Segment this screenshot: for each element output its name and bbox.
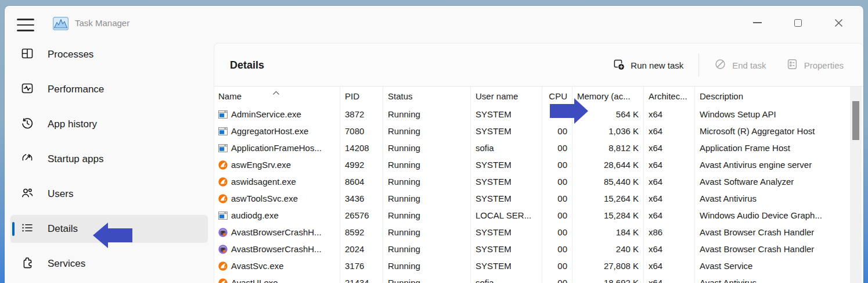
- avast-icon: [218, 261, 228, 271]
- column-header-cpu[interactable]: CPU: [542, 87, 572, 106]
- memory-cell: 28,644 K: [572, 156, 644, 173]
- cpu-cell: 00: [542, 106, 572, 123]
- sidebar-item-startup-apps[interactable]: Startup apps: [10, 145, 208, 173]
- sidebar-item-label: Users: [48, 188, 73, 200]
- sidebar-item-label: App history: [48, 119, 97, 130]
- task-manager-window: Task Manager Processes Performance: [5, 6, 863, 283]
- architecture-cell: x64: [644, 139, 695, 156]
- user-name-cell: SYSTEM: [471, 123, 542, 139]
- services-icon: [20, 256, 34, 272]
- table-row[interactable]: AvastSvc.exe3176RunningSYSTEM0027,808 Kx…: [214, 257, 850, 274]
- description-cell: Microsoft (R) Aggregator Host: [695, 123, 850, 139]
- process-name-cell: AvastBrowserCrashH...: [214, 224, 340, 241]
- table-row[interactable]: AvastBrowserCrashH...8592RunningSYSTEM00…: [214, 224, 850, 241]
- run-new-task-button[interactable]: Run new task: [607, 53, 689, 77]
- column-header-label: Name: [218, 91, 242, 101]
- user-name-cell: SYSTEM: [471, 224, 542, 241]
- table-row[interactable]: AggregatorHost.exe7080RunningSYSTEM001,0…: [214, 123, 850, 139]
- table-body: AdminService.exe3872RunningSYSTEM00564 K…: [214, 106, 850, 283]
- process-name-cell: AdminService.exe: [214, 106, 340, 123]
- performance-icon: [20, 81, 34, 98]
- sidebar-item-processes[interactable]: Processes: [10, 41, 208, 69]
- users-icon: [20, 186, 34, 202]
- hamburger-menu-icon[interactable]: [17, 19, 34, 31]
- minimize-button[interactable]: [744, 11, 770, 34]
- architecture-cell: x64: [644, 190, 695, 207]
- column-header-name[interactable]: Name: [214, 87, 340, 106]
- default-exe-icon: [218, 144, 228, 153]
- memory-cell: 15,284 K: [572, 207, 644, 224]
- cpu-cell: 00: [542, 207, 572, 224]
- table-row[interactable]: aswidsagent.exe8604RunningSYSTEM0085,440…: [214, 173, 850, 190]
- user-name-cell: SYSTEM: [471, 241, 542, 257]
- pid-cell: 14208: [340, 139, 383, 156]
- titlebar: Task Manager: [5, 6, 863, 40]
- process-name-cell: aswEngSrv.exe: [214, 156, 340, 173]
- run-new-task-label: Run new task: [631, 60, 683, 70]
- column-header-status[interactable]: Status: [383, 87, 471, 106]
- column-header-architecture[interactable]: Architec...: [644, 87, 695, 106]
- close-button[interactable]: [825, 11, 852, 34]
- description-cell: Avast Browser Crash Handler: [695, 241, 850, 257]
- process-name-text: aswidsagent.exe: [231, 177, 296, 187]
- user-name-cell: SYSTEM: [471, 190, 542, 207]
- pid-cell: 8592: [340, 224, 383, 241]
- description-cell: Windows Audio Device Graph...: [695, 207, 850, 224]
- sidebar-item-details[interactable]: Details: [10, 215, 208, 243]
- properties-button[interactable]: Properties: [780, 53, 849, 77]
- column-header-user-name[interactable]: User name: [471, 87, 542, 106]
- avast-browser-crash-icon: [218, 228, 228, 237]
- table-row[interactable]: audiodg.exe26576RunningLOCAL SER...0015,…: [214, 207, 850, 224]
- end-task-button[interactable]: End task: [708, 53, 772, 77]
- sort-ascending-icon: [272, 87, 280, 97]
- memory-cell: 564 K: [572, 106, 644, 123]
- app-history-icon: [20, 116, 34, 132]
- table-header-row: Name PID Status User name CPU Memory (ac…: [214, 87, 850, 106]
- table-row[interactable]: AdminService.exe3872RunningSYSTEM00564 K…: [214, 106, 850, 123]
- sidebar-item-services[interactable]: Services: [10, 250, 208, 278]
- maximize-button[interactable]: [784, 11, 811, 34]
- architecture-cell: x86: [644, 224, 695, 241]
- user-name-cell: SYSTEM: [471, 156, 542, 173]
- user-name-cell: sofia: [471, 139, 542, 156]
- user-name-cell: SYSTEM: [471, 173, 542, 190]
- architecture-cell: x64: [644, 241, 695, 257]
- process-name-text: AvastBrowserCrashH...: [231, 244, 322, 254]
- architecture-cell: x64: [644, 156, 695, 173]
- cpu-cell: 00: [542, 139, 572, 156]
- column-header-description[interactable]: Description: [695, 87, 850, 106]
- sidebar-item-users[interactable]: Users: [10, 180, 208, 208]
- status-cell: Running: [383, 190, 471, 207]
- status-cell: Running: [383, 257, 471, 274]
- table-row[interactable]: AvastBrowserCrashH...2024RunningSYSTEM00…: [214, 241, 850, 257]
- process-name-cell: aswToolsSvc.exe: [214, 190, 340, 207]
- process-name-text: AdminService.exe: [231, 109, 301, 119]
- sidebar-item-performance[interactable]: Performance: [10, 76, 208, 103]
- status-cell: Running: [383, 274, 471, 283]
- column-header-memory[interactable]: Memory (ac...: [572, 87, 644, 106]
- process-name-text: AvastBrowserCrashH...: [231, 227, 322, 237]
- sidebar-item-app-history[interactable]: App history: [10, 110, 208, 138]
- avast-icon: [218, 160, 228, 170]
- properties-icon: [786, 58, 798, 72]
- process-name-text: aswEngSrv.exe: [231, 160, 291, 170]
- memory-cell: 1,036 K: [572, 123, 644, 139]
- table-row[interactable]: aswEngSrv.exe4992RunningSYSTEM0028,644 K…: [214, 156, 850, 173]
- sidebar: Processes Performance App history: [5, 41, 214, 283]
- toolbar: Run new task End task: [607, 44, 849, 87]
- processes-icon: [20, 46, 34, 63]
- panel-header: Details Run new task: [214, 44, 863, 87]
- vertical-scrollbar[interactable]: [850, 87, 862, 283]
- scrollbar-thumb[interactable]: [852, 101, 859, 140]
- description-cell: Avast Browser Crash Handler: [695, 224, 850, 241]
- memory-cell: 15,264 K: [572, 190, 644, 207]
- description-cell: Avast Software Analyzer: [695, 173, 850, 190]
- column-header-pid[interactable]: PID: [340, 87, 383, 106]
- memory-cell: 85,440 K: [572, 173, 644, 190]
- table-row[interactable]: AvastUI.exe21434Runningsofia0018,692 Kx6…: [214, 274, 850, 283]
- table-row[interactable]: ApplicationFrameHos...14208Runningsofia0…: [214, 139, 850, 156]
- process-name-cell: aswidsagent.exe: [214, 173, 340, 190]
- end-task-label: End task: [732, 60, 766, 70]
- table-row[interactable]: aswToolsSvc.exe3436RunningSYSTEM0015,264…: [214, 190, 850, 207]
- user-name-cell: sofia: [471, 274, 542, 283]
